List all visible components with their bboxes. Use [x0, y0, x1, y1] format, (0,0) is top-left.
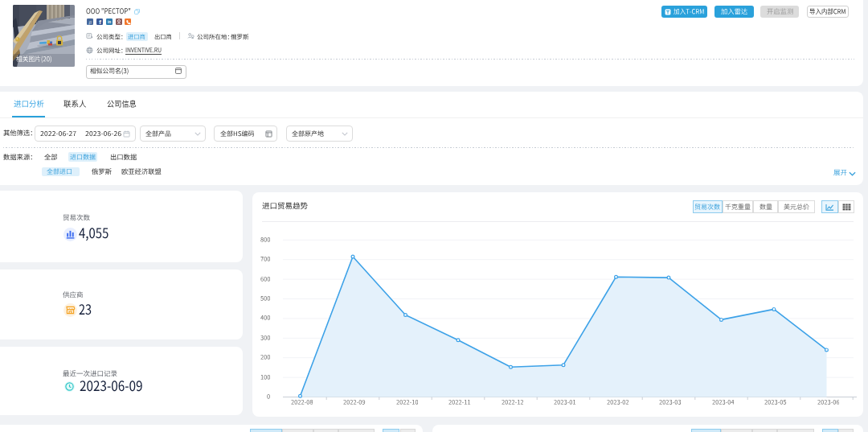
svg-text:in: in: [108, 21, 111, 25]
